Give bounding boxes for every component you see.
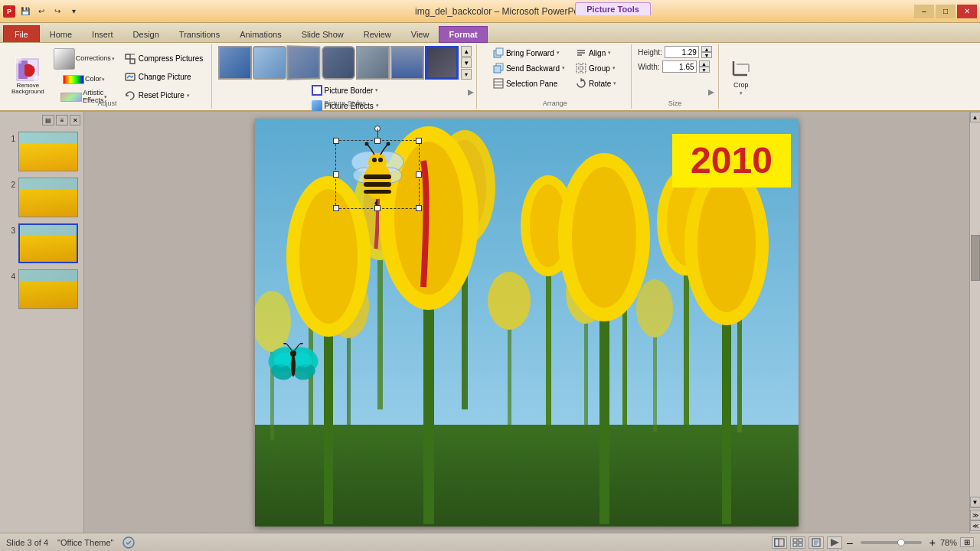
pic-style-3[interactable]: [287, 45, 321, 80]
collapse-right[interactable]: ≪: [970, 520, 981, 531]
scroll-track[interactable]: [970, 122, 981, 497]
bee-selection[interactable]: [335, 140, 420, 209]
width-increment[interactable]: ▲: [699, 60, 710, 67]
ribbon-content: RemoveBackground Corrections ▾ Color ▾: [0, 43, 980, 110]
handle-tl[interactable]: [333, 138, 339, 144]
width-input[interactable]: [662, 60, 697, 73]
slide-img-2[interactable]: [18, 178, 78, 217]
crop-button[interactable]: Crop ▾: [725, 54, 757, 99]
slide-sorter-button[interactable]: [790, 536, 805, 549]
tab-format[interactable]: Format: [439, 26, 487, 43]
color-button[interactable]: Color ▾: [50, 73, 119, 86]
tab-view[interactable]: View: [401, 25, 439, 42]
zoom-slider[interactable]: [861, 541, 922, 544]
arrange-group-label: Arrange: [479, 99, 631, 107]
slide-thumb-1[interactable]: 1: [3, 130, 80, 173]
tab-insert[interactable]: Insert: [82, 25, 123, 42]
pic-style-7[interactable]: [425, 46, 459, 80]
zoom-in-button[interactable]: +: [928, 536, 937, 549]
picture-styles-expand[interactable]: [467, 89, 475, 98]
styles-scroll-up[interactable]: ▲: [461, 46, 472, 57]
expand-right[interactable]: ≫: [970, 510, 981, 520]
handle-tr[interactable]: [416, 138, 422, 144]
customize-button[interactable]: ▾: [67, 5, 80, 18]
right-scrollbar[interactable]: ▲ ▼ ≫ ≪: [969, 112, 980, 533]
picture-border-button[interactable]: Picture Border ▾: [308, 83, 383, 97]
svg-rect-51: [347, 333, 351, 432]
send-backward-button[interactable]: Send Backward ▾: [489, 61, 569, 75]
svg-rect-5: [130, 59, 135, 64]
canvas-area[interactable]: 2010: [84, 112, 969, 533]
corrections-button[interactable]: Corrections ▾: [50, 46, 119, 72]
maximize-button[interactable]: □: [936, 5, 956, 18]
language-button[interactable]: [122, 536, 135, 549]
zoom-slider-thumb[interactable]: [897, 539, 905, 546]
compress-pictures-button[interactable]: Compress Pictures: [120, 51, 207, 67]
tab-file[interactable]: File: [3, 25, 40, 42]
rotate-button[interactable]: Rotate ▾: [572, 77, 620, 90]
slide-thumb-3[interactable]: 3: [3, 222, 80, 265]
tab-animations[interactable]: Animations: [230, 25, 291, 42]
handle-mr[interactable]: [416, 171, 422, 178]
height-label: Height:: [638, 48, 662, 57]
change-picture-button[interactable]: Change Picture: [120, 69, 207, 86]
width-decrement[interactable]: ▼: [699, 67, 710, 73]
pic-style-4[interactable]: [322, 46, 355, 80]
align-button[interactable]: Align ▾: [572, 46, 620, 60]
styles-scroll-expand[interactable]: ▾: [461, 69, 472, 80]
slide-thumb-2[interactable]: 2: [3, 176, 80, 219]
quick-access-toolbar: 💾 ↩ ↪ ▾: [18, 5, 80, 18]
group-button[interactable]: Group ▾: [572, 61, 620, 75]
normal-view-button[interactable]: [772, 536, 787, 549]
svg-rect-55: [584, 318, 588, 425]
remove-background-icon: [15, 57, 40, 82]
svg-rect-21: [582, 69, 586, 73]
adjust-group: RemoveBackground Corrections ▾ Color ▾: [3, 44, 212, 109]
zoom-out-button[interactable]: –: [845, 536, 854, 549]
slideshow-button[interactable]: [827, 536, 842, 549]
scroll-down-button[interactable]: ▼: [970, 497, 981, 507]
height-input[interactable]: [665, 46, 699, 58]
slide-canvas[interactable]: 2010: [255, 119, 799, 527]
close-button[interactable]: ✕: [957, 5, 977, 18]
minimize-button[interactable]: –: [914, 5, 934, 18]
height-decrement[interactable]: ▼: [701, 52, 712, 58]
bring-forward-button[interactable]: Bring Forward ▾: [489, 46, 569, 60]
scroll-up-button[interactable]: ▲: [970, 112, 981, 122]
size-expand[interactable]: [707, 89, 715, 98]
slide-img-4[interactable]: [18, 269, 78, 309]
compress-pictures-icon: [124, 53, 136, 65]
svg-rect-4: [126, 54, 130, 59]
send-backward-arrow: ▾: [562, 65, 565, 71]
save-button[interactable]: 💾: [18, 5, 32, 18]
tab-home[interactable]: Home: [40, 25, 82, 42]
handle-ml[interactable]: [333, 171, 339, 178]
tab-review[interactable]: Review: [354, 25, 401, 42]
tab-slideshow[interactable]: Slide Show: [292, 25, 354, 42]
styles-scroll-down[interactable]: ▼: [461, 57, 472, 68]
height-increment[interactable]: ▲: [701, 46, 712, 52]
handle-bm[interactable]: [374, 205, 381, 211]
butterfly[interactable]: [266, 343, 320, 389]
tab-transitions[interactable]: Transitions: [169, 25, 230, 42]
handle-bl[interactable]: [333, 205, 339, 211]
slide-img-3[interactable]: [18, 223, 78, 263]
reading-view-button[interactable]: [808, 536, 824, 549]
pic-style-2[interactable]: [253, 46, 286, 80]
selection-pane-button[interactable]: Selection Pane: [489, 77, 569, 90]
remove-background-button[interactable]: RemoveBackground: [8, 55, 48, 99]
fit-slide-button[interactable]: ⊞: [960, 537, 974, 547]
slide-img-1[interactable]: [18, 132, 78, 171]
handle-tm[interactable]: [374, 138, 381, 144]
undo-button[interactable]: ↩: [34, 5, 48, 18]
slides-panel[interactable]: ▤ ≡ ✕ 1 2 3: [0, 112, 84, 533]
scroll-thumb[interactable]: [971, 235, 980, 281]
pic-style-1[interactable]: [218, 46, 252, 80]
tab-design[interactable]: Design: [123, 25, 169, 42]
redo-button[interactable]: ↪: [51, 5, 64, 18]
svg-point-91: [378, 158, 383, 162]
pic-style-5[interactable]: [356, 46, 390, 80]
slide-thumb-4[interactable]: 4: [3, 268, 80, 311]
pic-style-6[interactable]: [390, 46, 424, 80]
handle-br[interactable]: [416, 205, 422, 211]
